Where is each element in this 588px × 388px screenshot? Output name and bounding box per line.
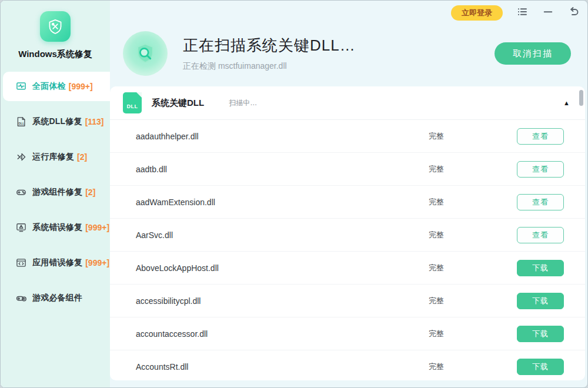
sidebar-item-label: 系统DLL修复 bbox=[32, 116, 82, 127]
sidebar-item-label: 游戏组件修复 bbox=[32, 187, 82, 198]
collapse-arrow-icon[interactable]: ▲ bbox=[563, 99, 570, 106]
sidebar-item-game-components[interactable]: 游戏必备组件 bbox=[3, 283, 110, 313]
sidebar-item-health-check[interactable]: 全面体检 [999+] bbox=[3, 72, 110, 101]
dll-status: 完整 bbox=[429, 197, 517, 208]
dll-name: accountaccessor.dll bbox=[136, 329, 429, 339]
sidebar-item-label: 应用错误修复 bbox=[32, 257, 82, 268]
game-components-icon bbox=[16, 293, 26, 303]
sidebar: Windows系统修复 全面体检 [999+] DLL 系统DLL修复 [113… bbox=[1, 1, 110, 387]
titlebar: 立即登录 bbox=[110, 1, 587, 24]
app-logo-shield-tools-icon bbox=[40, 11, 71, 42]
scrollbar-thumb[interactable] bbox=[579, 90, 583, 106]
view-button[interactable]: 查看 bbox=[517, 194, 564, 210]
dll-name: AboveLockAppHost.dll bbox=[136, 263, 429, 273]
cancel-scan-button[interactable]: 取消扫描 bbox=[495, 42, 571, 65]
svg-text:DLL: DLL bbox=[19, 122, 25, 125]
sidebar-item-gamepad[interactable]: 游戏组件修复 [2] bbox=[3, 178, 110, 207]
download-button[interactable]: 下载 bbox=[517, 260, 564, 276]
dll-name: aadWamExtension.dll bbox=[136, 198, 429, 207]
sidebar-item-count: [999+] bbox=[85, 258, 109, 267]
dll-status: 完整 bbox=[429, 230, 517, 240]
dll-status: 完整 bbox=[429, 263, 517, 273]
dll-status: 完整 bbox=[429, 296, 517, 306]
dll-scan-card: DLL 系统关键DLL 扫描中… ▲ aadauthhelper.dll 完整 … bbox=[110, 86, 585, 380]
table-row: aadtb.dll 完整 查看 bbox=[110, 153, 585, 186]
undo-icon[interactable] bbox=[567, 5, 580, 18]
sidebar-item-count: [999+] bbox=[85, 223, 109, 232]
sidebar-item-runtime[interactable]: 运行库修复 [2] bbox=[3, 142, 110, 172]
task-list-icon[interactable] bbox=[516, 5, 529, 18]
dll-doc-icon: DLL bbox=[16, 116, 26, 127]
system-error-icon bbox=[16, 222, 26, 233]
section-title: 系统关键DLL bbox=[152, 98, 204, 109]
download-button[interactable]: 下载 bbox=[517, 359, 564, 375]
table-row: accessibilitycpl.dll 完整 下载 bbox=[110, 285, 585, 317]
runtime-icon bbox=[16, 152, 26, 162]
app-window: Windows系统修复 全面体检 [999+] DLL 系统DLL修复 [113… bbox=[0, 0, 588, 388]
sidebar-item-app-error[interactable]: 应用错误修复 [999+] bbox=[3, 248, 110, 277]
dll-status: 完整 bbox=[429, 164, 517, 175]
dll-file-icon-label: DLL bbox=[127, 103, 138, 109]
dll-status: 完整 bbox=[429, 362, 517, 372]
dll-name: aadtb.dll bbox=[136, 165, 429, 174]
dll-status: 完整 bbox=[429, 329, 517, 339]
dll-name: accessibilitycpl.dll bbox=[136, 296, 429, 306]
scan-subtitle: 正在检测 msctfuimanager.dll bbox=[183, 61, 495, 72]
dll-name: AccountsRt.dll bbox=[136, 362, 429, 372]
sidebar-item-label: 全面体检 bbox=[32, 81, 66, 92]
main-area: 立即登录 bbox=[110, 1, 587, 387]
download-button[interactable]: 下载 bbox=[517, 326, 564, 342]
sidebar-item-dll-doc[interactable]: DLL 系统DLL修复 [113] bbox=[3, 107, 110, 136]
view-button[interactable]: 查看 bbox=[517, 161, 564, 178]
table-row: AarSvc.dll 完整 查看 bbox=[110, 219, 585, 252]
sidebar-item-system-error[interactable]: 系统错误修复 [999+] bbox=[3, 213, 110, 242]
dll-file-icon: DLL bbox=[123, 92, 142, 113]
view-button[interactable]: 查看 bbox=[517, 128, 564, 145]
login-button[interactable]: 立即登录 bbox=[451, 5, 503, 21]
dll-name: AarSvc.dll bbox=[136, 230, 429, 240]
scan-header: 正在扫描系统关键DLL… 正在检测 msctfuimanager.dll 取消扫… bbox=[110, 24, 587, 86]
sidebar-menu: 全面体检 [999+] DLL 系统DLL修复 [113] 运行库修复 [2] … bbox=[1, 72, 110, 319]
view-button[interactable]: 查看 bbox=[517, 227, 564, 243]
sidebar-item-count: [999+] bbox=[69, 82, 93, 91]
minimize-icon[interactable] bbox=[542, 5, 554, 18]
dll-status: 完整 bbox=[429, 131, 517, 142]
sidebar-item-count: [2] bbox=[77, 152, 87, 162]
sidebar-item-label: 系统错误修复 bbox=[32, 222, 82, 233]
app-title: Windows系统修复 bbox=[18, 49, 92, 60]
app-error-icon bbox=[16, 257, 26, 268]
table-row: AboveLockAppHost.dll 完整 下载 bbox=[110, 252, 585, 285]
section-status: 扫描中… bbox=[229, 98, 257, 108]
health-check-icon bbox=[16, 81, 26, 92]
scan-texts: 正在扫描系统关键DLL… 正在检测 msctfuimanager.dll bbox=[183, 35, 495, 72]
sidebar-item-count: [113] bbox=[85, 117, 104, 126]
table-row: accountaccessor.dll 完整 下载 bbox=[110, 317, 585, 350]
download-button[interactable]: 下载 bbox=[517, 293, 564, 309]
scan-shield-magnifier-icon bbox=[123, 31, 168, 76]
section-header: DLL 系统关键DLL 扫描中… ▲ bbox=[110, 86, 585, 120]
dll-table: aadauthhelper.dll 完整 查看 aadtb.dll 完整 查看 … bbox=[110, 120, 585, 380]
sidebar-item-label: 运行库修复 bbox=[32, 152, 74, 162]
dll-name: aadauthhelper.dll bbox=[136, 132, 429, 141]
table-row: AccountsRt.dll 完整 下载 bbox=[110, 350, 585, 380]
sidebar-item-count: [2] bbox=[85, 188, 95, 197]
scan-title: 正在扫描系统关键DLL… bbox=[183, 35, 495, 56]
table-row: aadWamExtension.dll 完整 查看 bbox=[110, 186, 585, 219]
gamepad-icon bbox=[16, 187, 26, 198]
table-row: aadauthhelper.dll 完整 查看 bbox=[110, 120, 585, 153]
sidebar-item-label: 游戏必备组件 bbox=[32, 293, 82, 303]
